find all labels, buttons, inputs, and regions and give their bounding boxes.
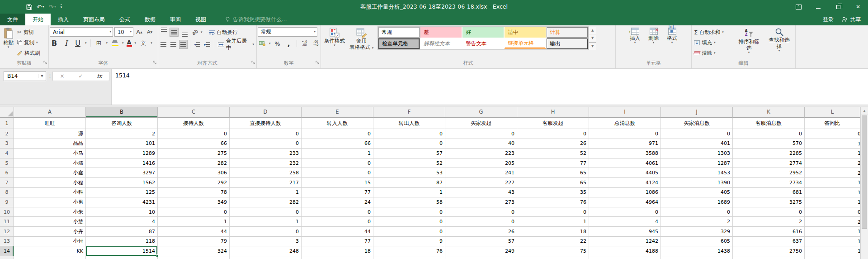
- cell-A11[interactable]: 小慧: [14, 217, 86, 227]
- cell-B1[interactable]: 咨询人数: [86, 118, 158, 129]
- style-neutral[interactable]: 适中: [505, 27, 546, 38]
- bold-button[interactable]: B: [50, 38, 59, 48]
- cell-C1[interactable]: 接待人数: [158, 118, 230, 129]
- cell-C6[interactable]: 306: [158, 168, 230, 178]
- cell-J12[interactable]: 329: [661, 227, 733, 237]
- cell-E14[interactable]: 18: [302, 246, 373, 256]
- style-explanatory-text[interactable]: 解释性文本: [420, 38, 462, 49]
- row-header-12[interactable]: 12: [0, 227, 14, 237]
- column-header-I[interactable]: I: [589, 107, 661, 118]
- cell-E8[interactable]: 77: [302, 188, 373, 198]
- cell-F3[interactable]: 0: [373, 139, 445, 149]
- cell-A12[interactable]: 小卉: [14, 227, 86, 237]
- style-good[interactable]: 好: [462, 27, 504, 38]
- cell-F12[interactable]: 0: [373, 227, 445, 237]
- cell-J11[interactable]: 2: [661, 217, 733, 227]
- phonetic-dropdown-arrow[interactable]: ▾: [151, 42, 152, 45]
- orientation-button[interactable]: ab: [189, 26, 201, 38]
- increase-font-size-button[interactable]: A▲: [135, 27, 144, 36]
- row-header-5[interactable]: 5: [0, 158, 14, 168]
- number-dialog-launcher[interactable]: [315, 58, 320, 67]
- cell-B12[interactable]: 87: [86, 227, 158, 237]
- cell-J14[interactable]: 1438: [661, 246, 733, 256]
- cell-A7[interactable]: 小程: [14, 178, 86, 188]
- cell-K8[interactable]: 681: [733, 188, 805, 198]
- cell-C9[interactable]: 349: [158, 197, 230, 207]
- font-family-select[interactable]: Arial▾: [50, 27, 113, 37]
- font-color-button[interactable]: A: [127, 40, 132, 47]
- cell-I5[interactable]: 4061: [589, 158, 661, 168]
- cell-G15[interactable]: [445, 256, 517, 259]
- cell-K11[interactable]: 2: [733, 217, 805, 227]
- cell-I12[interactable]: 945: [589, 227, 661, 237]
- cell-G8[interactable]: 43: [445, 188, 517, 198]
- cell-D6[interactable]: 258: [230, 168, 302, 178]
- cell-G4[interactable]: 223: [445, 149, 517, 158]
- column-header-H[interactable]: H: [517, 107, 589, 118]
- sign-in-button[interactable]: 登录: [823, 16, 834, 24]
- scroll-up-arrow[interactable]: ▲: [861, 107, 868, 115]
- style-normal[interactable]: 常规: [378, 27, 420, 38]
- column-header-L[interactable]: L: [805, 107, 860, 118]
- cell-L7[interactable]: 1: [805, 178, 860, 188]
- cell-D11[interactable]: 1: [230, 217, 302, 227]
- cell-I14[interactable]: 4188: [589, 246, 661, 256]
- cell-K10[interactable]: 0: [733, 207, 805, 217]
- fill-button[interactable]: ↓填充▾: [693, 38, 734, 48]
- sort-filter-button[interactable]: AZ 排序和筛选▾: [734, 26, 764, 56]
- row-header-8[interactable]: 8: [0, 188, 14, 198]
- alignment-dialog-launcher[interactable]: [251, 58, 255, 67]
- cell-J13[interactable]: 605: [661, 237, 733, 247]
- cell-J1[interactable]: 买家消息数: [661, 118, 733, 129]
- cell-K6[interactable]: 2952: [733, 168, 805, 178]
- clear-button[interactable]: 清除▾: [693, 48, 734, 58]
- cell-I6[interactable]: 4405: [589, 168, 661, 178]
- autosum-button[interactable]: Σ自动求和▾: [693, 27, 734, 37]
- insert-function-button[interactable]: fx: [97, 73, 102, 79]
- tab-insert[interactable]: 插入: [51, 14, 76, 25]
- cell-J4[interactable]: 1303: [661, 149, 733, 158]
- cell-K5[interactable]: 2774: [733, 158, 805, 168]
- cell-C11[interactable]: 1: [158, 217, 230, 227]
- font-color-dropdown-arrow[interactable]: ▾: [135, 42, 137, 45]
- cell-F5[interactable]: 52: [373, 158, 445, 168]
- qat-customize-button[interactable]: ▾: [61, 5, 62, 9]
- cell-I15[interactable]: [589, 256, 661, 259]
- find-select-button[interactable]: 查找和选择▾: [764, 26, 794, 54]
- cell-H1[interactable]: 客服发起: [517, 118, 589, 129]
- cell-L5[interactable]: 2: [805, 158, 860, 168]
- phonetic-guide-button[interactable]: 文: [139, 38, 148, 48]
- borders-dropdown-arrow[interactable]: ▾: [106, 42, 108, 45]
- cell-F4[interactable]: 57: [373, 149, 445, 158]
- cell-J5[interactable]: 1287: [661, 158, 733, 168]
- ribbon-display-options-button[interactable]: ^: [788, 0, 808, 14]
- row-header-1[interactable]: 1: [0, 118, 14, 129]
- tab-file[interactable]: 文件: [0, 14, 25, 25]
- cell-C12[interactable]: 44: [158, 227, 230, 237]
- paste-button[interactable]: 粘贴 ▾: [1, 26, 16, 50]
- underline-dropdown-arrow[interactable]: ▾: [85, 42, 87, 45]
- row-header-6[interactable]: 6: [0, 168, 14, 178]
- tab-review[interactable]: 审阅: [163, 14, 188, 25]
- cell-H15[interactable]: [517, 256, 589, 259]
- cell-E3[interactable]: 66: [302, 139, 373, 149]
- cell-K9[interactable]: 3275: [733, 197, 805, 207]
- cell-G6[interactable]: 241: [445, 168, 517, 178]
- cell-B8[interactable]: 125: [86, 188, 158, 198]
- cell-H2[interactable]: 0: [517, 129, 589, 139]
- align-bottom-button[interactable]: [180, 28, 189, 37]
- cell-L13[interactable]: 1: [805, 237, 860, 247]
- cell-F11[interactable]: 0: [373, 217, 445, 227]
- cell-C3[interactable]: 66: [158, 139, 230, 149]
- gallery-scroll-down[interactable]: ▼: [589, 34, 596, 42]
- row-header-2[interactable]: 2: [0, 129, 14, 139]
- cell-G5[interactable]: 205: [445, 158, 517, 168]
- cell-B2[interactable]: 2: [86, 129, 158, 139]
- accounting-dropdown-arrow[interactable]: ▾: [269, 42, 271, 45]
- cell-B15[interactable]: [86, 256, 158, 259]
- cell-E6[interactable]: 0: [302, 168, 373, 178]
- tab-page-layout[interactable]: 页面布局: [76, 14, 112, 25]
- cell-I7[interactable]: 4124: [589, 178, 661, 188]
- cancel-entry-button[interactable]: ×: [60, 73, 64, 79]
- confirm-entry-button[interactable]: ✓: [78, 73, 83, 79]
